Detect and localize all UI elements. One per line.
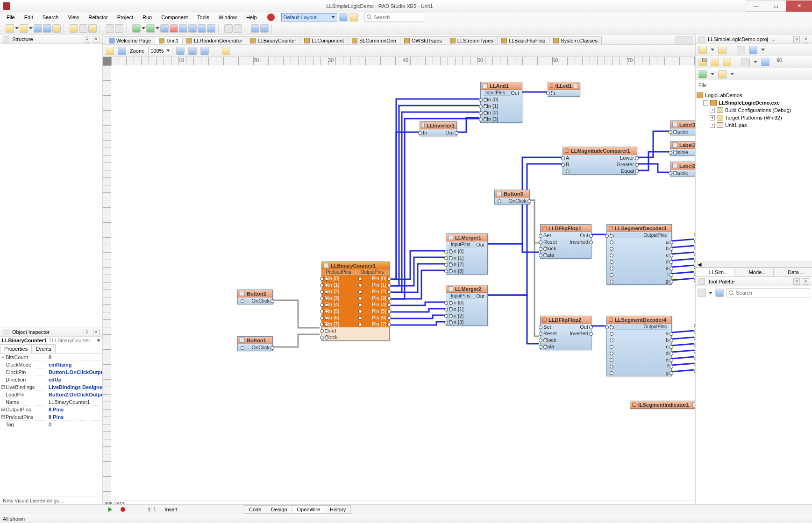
zoom-combo[interactable]: 100% <box>148 47 172 55</box>
node-inverter[interactable]: LLInverter1 InOut <box>420 121 457 136</box>
property-row[interactable]: ⊞OutputPins8 Pins <box>0 406 102 413</box>
structure-tree[interactable] <box>0 44 102 327</box>
layout-save-icon[interactable] <box>339 13 348 21</box>
design-canvas[interactable]: Button2 OnClick Button1 OnClick Button3 … <box>111 65 695 501</box>
zoom-fit-icon[interactable] <box>200 47 209 55</box>
pm-filter2[interactable] <box>718 70 727 78</box>
zoom-out-icon[interactable] <box>188 47 197 55</box>
palette-search-input[interactable] <box>736 290 783 296</box>
close-pane-icon[interactable]: ✕ <box>93 36 100 42</box>
menu-window[interactable]: Window <box>215 14 241 21</box>
property-row[interactable]: Tag0 <box>0 421 102 428</box>
menu-project[interactable]: Project <box>114 14 137 21</box>
pin-icon[interactable]: ⚲ <box>793 36 800 42</box>
tool-save-all[interactable] <box>43 24 51 33</box>
node-label2[interactable]: Label2 Visible <box>670 162 695 177</box>
tool-project-options[interactable] <box>88 24 97 33</box>
tool-open[interactable] <box>20 24 28 33</box>
layout-manage-icon[interactable] <box>349 13 358 21</box>
file-tab[interactable]: Welcome Page <box>105 36 155 44</box>
node-led1[interactable]: ILLed1 In <box>548 82 580 97</box>
node-merger2[interactable]: LLMerger2 InputPinsOut Pin [0]Pin [1]Pin… <box>446 285 488 326</box>
close-pane-icon[interactable]: ✕ <box>803 278 809 285</box>
menu-search[interactable]: Search <box>39 14 63 21</box>
macro-record-icon[interactable] <box>121 507 125 512</box>
property-row[interactable]: ClockPinButton1.OnClickOutputPin <box>0 368 102 376</box>
file-tab[interactable]: LLBinaryCounter <box>246 36 300 44</box>
pm-sort3[interactable] <box>723 58 731 66</box>
file-tab[interactable]: LLRandomGenerator <box>182 36 246 44</box>
refresh-icon[interactable] <box>222 47 230 55</box>
tool-misc1[interactable] <box>251 24 259 33</box>
pm-sort2[interactable] <box>711 58 719 66</box>
palette-search[interactable] <box>727 288 810 297</box>
pm-view1[interactable] <box>741 58 750 66</box>
property-row[interactable]: ClockModecmRising <box>0 361 102 368</box>
tool-nav-back[interactable] <box>224 24 233 33</box>
select-tool-icon[interactable] <box>106 47 114 55</box>
property-grid[interactable]: »BitsCount8ClockModecmRisingClockPinButt… <box>0 353 102 496</box>
tool-run-nodebug[interactable] <box>146 24 155 33</box>
property-row[interactable]: ⊞LiveBindingsLiveBindings Designer <box>0 383 102 391</box>
tool-nav-fwd[interactable] <box>234 24 242 33</box>
palette-category-icon[interactable] <box>698 289 706 297</box>
menu-component[interactable]: Component <box>157 14 192 21</box>
file-tab[interactable]: SLCommonGen <box>348 36 400 44</box>
rtab-2[interactable]: Mode... <box>734 268 774 276</box>
node-dflipflop2[interactable]: LLDFlipFlop2 SetOut ResetInverted Clock … <box>540 316 591 350</box>
ide-search[interactable] <box>364 13 425 22</box>
tool-run-to[interactable] <box>207 24 215 33</box>
tabs-overflow-icon[interactable] <box>676 36 684 44</box>
livebindings-link[interactable]: New Visual LiveBindings ... <box>0 496 102 505</box>
tool-new[interactable] <box>6 24 14 33</box>
node-label3[interactable]: Label3 Visible <box>670 141 695 156</box>
rtab-3[interactable]: Data ... <box>773 268 812 276</box>
macro-play-icon[interactable] <box>108 507 112 512</box>
inspector-object-selector[interactable]: LLBinaryCounter1 TLLBinaryCounter <box>0 337 102 344</box>
file-tab[interactable]: Unit1 <box>155 36 183 44</box>
node-binary-counter[interactable]: LLBinaryCounter1 PreloadPins Pin [0]Pin … <box>321 262 390 341</box>
pm-view2[interactable] <box>761 58 769 66</box>
tool-run[interactable] <box>132 24 141 33</box>
file-tab[interactable]: OWStdTypes <box>400 36 446 44</box>
file-tab[interactable]: System.Classes <box>549 36 602 44</box>
file-tab[interactable]: LLComponent <box>300 36 348 44</box>
node-button3[interactable]: Button3 OnClick <box>494 190 530 205</box>
tab-properties[interactable]: Properties <box>0 344 32 353</box>
tool-redo[interactable] <box>115 24 123 33</box>
node-merger1[interactable]: LLMerger1 InputPinsOut Pin [0]Pin [1]Pin… <box>446 233 488 275</box>
property-row[interactable]: LoadPinButton2.OnClickOutputPin <box>0 391 102 398</box>
palette-pointer-icon[interactable] <box>715 289 724 297</box>
tool-stop[interactable] <box>170 24 178 33</box>
stop-icon[interactable] <box>267 14 275 21</box>
tool-save[interactable] <box>34 24 42 33</box>
tool-step-out[interactable] <box>198 24 206 33</box>
pm-btn4[interactable] <box>749 46 757 54</box>
node-segment-decoder4[interactable]: LLSegmentDecoder4 InOutputPins abcdefg <box>606 316 672 376</box>
tool-open-project[interactable] <box>52 24 61 33</box>
tool-step-into[interactable] <box>188 24 197 33</box>
property-row[interactable]: ⊞PreloadPins8 Pins <box>0 413 102 421</box>
tool-misc2[interactable] <box>260 24 269 33</box>
rtab-1[interactable]: LLSim... <box>696 268 735 276</box>
node-and1[interactable]: LLAnd1 InputPinsOut Pin [0]Pin [1]Pin [2… <box>480 82 522 123</box>
file-tab[interactable]: LLStreamTypes <box>446 36 498 44</box>
close-pane-icon[interactable]: ✕ <box>93 329 100 335</box>
ide-search-input[interactable] <box>374 14 420 20</box>
maximize-button[interactable]: □ <box>766 0 786 12</box>
menu-edit[interactable]: Edit <box>21 14 37 21</box>
pin-icon[interactable]: ⚲ <box>84 329 90 335</box>
property-row[interactable]: »BitsCount8 <box>0 353 102 361</box>
pm-btn1[interactable] <box>698 46 707 54</box>
node-segment-decoder3[interactable]: LLSegmentDecoder3 InOutputPins abcdefg <box>606 224 672 285</box>
pm-btn2[interactable] <box>718 46 727 54</box>
menu-refactor[interactable]: Refactor <box>85 14 112 21</box>
file-tab[interactable]: LLBasicFlipFlop <box>497 36 549 44</box>
menu-file[interactable]: File <box>3 14 19 21</box>
tool-pause[interactable] <box>160 24 169 33</box>
pin-icon[interactable]: ⚲ <box>84 36 90 42</box>
tool-undo[interactable] <box>106 24 114 33</box>
tool-step-over[interactable] <box>179 24 187 33</box>
tab-events[interactable]: Events <box>31 344 56 353</box>
layout-combo[interactable]: Default Layout <box>281 13 337 21</box>
